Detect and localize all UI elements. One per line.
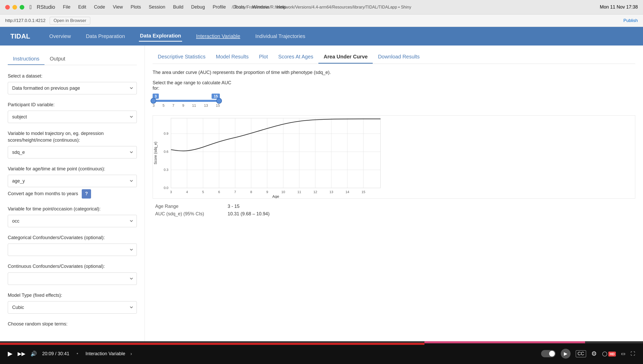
menu-build[interactable]: Build (173, 4, 183, 10)
range-for-text: for: (153, 86, 159, 91)
quality-button[interactable]: ◯ (602, 351, 607, 357)
svg-text:15: 15 (362, 190, 365, 194)
nav-overview[interactable]: Overview (48, 31, 72, 41)
trajectory-select[interactable]: sdq_e (8, 146, 137, 158)
occasion-select[interactable]: occ (8, 215, 137, 227)
video-chapter-label: Interaction Variable (85, 351, 125, 357)
pip-button[interactable]: ▭ (621, 351, 625, 357)
video-right-controls: ▶ CC ⚙ ◯ HD ▭ ⛶ (541, 349, 635, 359)
svg-text:6: 6 (218, 190, 220, 194)
auc-row: AUC (sdq_e) (95% CIs) 10.31 (9.68 – 10.9… (155, 211, 633, 217)
tab-instructions[interactable]: Instructions (8, 53, 44, 65)
random-slope-group: Choose random slope terms: (8, 321, 137, 327)
app-nav: TIDAL Overview Data Preparation Data Exp… (0, 27, 643, 46)
menu-session[interactable]: Session (149, 4, 165, 10)
apple-logo:  (29, 4, 32, 11)
tick-7: 7 (172, 103, 174, 108)
dataset-select[interactable]: Data formatted on previous page (8, 82, 137, 94)
tab-descriptive-statistics[interactable]: Descriptive Statistics (153, 51, 211, 64)
age-range-slider[interactable]: 3 15 3 5 7 9 11 13 15 (153, 94, 220, 108)
tab-scores-at-ages[interactable]: Scores At Ages (273, 51, 319, 64)
tick-3: 3 (153, 103, 155, 108)
volume-button[interactable]: 🔊 (31, 351, 37, 357)
svg-text:0.6: 0.6 (164, 150, 168, 154)
svg-text:14: 14 (346, 190, 349, 194)
sidebar-tabs: Instructions Output (8, 53, 137, 65)
menu-code[interactable]: Code (94, 4, 105, 10)
hd-badge: HD (608, 352, 616, 357)
url-display[interactable]: http://127.0.0.1:4212 (5, 18, 46, 23)
nav-data-exploration[interactable]: Data Exploration (139, 31, 182, 42)
fullscreen-button[interactable]: ⛶ (631, 351, 635, 357)
cat-confounders-input[interactable] (8, 244, 137, 256)
traffic-lights (5, 5, 24, 10)
svg-text:11: 11 (297, 190, 301, 194)
menu-view[interactable]: View (113, 4, 123, 10)
svg-text:9: 9 (266, 190, 268, 194)
quality-badge-container: ◯ HD (602, 351, 616, 357)
age-range-value: 3 - 15 (228, 204, 240, 209)
skip-button[interactable]: ▶▶ (18, 351, 25, 357)
tab-download-results[interactable]: Download Results (373, 51, 425, 64)
autoplay-toggle[interactable] (541, 350, 556, 357)
titlebar:  RStudio File Edit Code View Plots Sess… (0, 0, 643, 14)
menu-plots[interactable]: Plots (131, 4, 141, 10)
open-in-browser-button[interactable]: Open in Browser (50, 17, 90, 25)
minimize-button[interactable] (12, 5, 17, 10)
svg-text:5: 5 (202, 190, 204, 194)
main-panel: Descriptive Statistics Model Results Plo… (145, 46, 643, 343)
sidebar: Instructions Output Select a dataset: Da… (0, 46, 145, 343)
maximize-button[interactable] (20, 5, 24, 10)
slider-thumb-left[interactable] (151, 98, 156, 104)
convert-row: Convert age from months to years ? (8, 189, 137, 199)
trajectory-var-group: Variable to model trajectory on, eg. dep… (8, 130, 137, 158)
nav-individual-trajectories[interactable]: Individual Trajectories (254, 31, 306, 41)
menu-debug[interactable]: Debug (191, 4, 205, 10)
close-button[interactable] (5, 5, 10, 10)
svg-text:7: 7 (234, 190, 236, 194)
tab-output[interactable]: Output (44, 53, 70, 65)
tab-area-under-curve[interactable]: Area Under Curve (318, 51, 373, 64)
slider-track (153, 100, 220, 102)
menu-profile[interactable]: Profile (213, 4, 226, 10)
tab-model-results[interactable]: Model Results (211, 51, 254, 64)
tick-5: 5 (162, 103, 165, 108)
sub-tabs: Descriptive Statistics Model Results Plo… (153, 51, 635, 64)
age-range-label: Age Range (155, 204, 217, 209)
auc-description: The area under curve (AUC) represents th… (153, 69, 635, 76)
nav-interaction-variable[interactable]: Interaction Variable (195, 31, 241, 41)
menu-edit[interactable]: Edit (78, 4, 86, 10)
convert-label: Convert age from months to years (8, 191, 78, 196)
video-progress-upcoming (424, 341, 585, 343)
tab-plot[interactable]: Plot (254, 51, 273, 64)
video-player-bar: ▶ ▶▶ 🔊 20:09 / 30:41 • Interaction Varia… (0, 343, 643, 364)
video-dot-separator: • (77, 351, 78, 357)
play-pause-circle[interactable]: ▶ (561, 349, 571, 359)
age-range-row: Age Range 3 - 15 (155, 204, 633, 209)
help-button[interactable]: ? (82, 189, 91, 199)
chart-statistics: Age Range 3 - 15 AUC (sdq_e) (95% CIs) 1… (153, 199, 635, 224)
cat-confounders-group: Categorical Confounders/Covariates (opti… (8, 234, 137, 256)
cc-button[interactable]: CC (576, 350, 586, 357)
svg-text:3: 3 (170, 190, 172, 194)
trajectory-label: Variable to model trajectory on, eg. dep… (8, 130, 137, 143)
settings-button[interactable]: ⚙ (591, 350, 597, 357)
cont-confounders-input[interactable] (8, 272, 137, 285)
play-button[interactable]: ▶ (8, 350, 12, 357)
slider-thumb-right[interactable] (216, 98, 222, 104)
app-name[interactable]: RStudio (37, 4, 55, 10)
svg-text:12: 12 (313, 190, 317, 194)
video-progress-bar-container (0, 341, 643, 343)
nav-data-preparation[interactable]: Data Preparation (85, 31, 126, 41)
model-type-select[interactable]: Cubic (8, 301, 137, 314)
participant-id-select[interactable]: subject (8, 111, 137, 123)
main-content: Instructions Output Select a dataset: Da… (0, 46, 643, 343)
tick-11: 11 (192, 103, 196, 108)
svg-text:Score (sdq_e): Score (sdq_e) (153, 142, 158, 164)
browser-bar: http://127.0.0.1:4212 Open in Browser Pu… (0, 14, 643, 27)
tick-15: 15 (216, 103, 220, 108)
tick-9: 9 (182, 103, 184, 108)
publish-button[interactable]: Publish (623, 18, 638, 23)
menu-file[interactable]: File (63, 4, 70, 10)
age-select[interactable]: age_y (8, 175, 137, 187)
